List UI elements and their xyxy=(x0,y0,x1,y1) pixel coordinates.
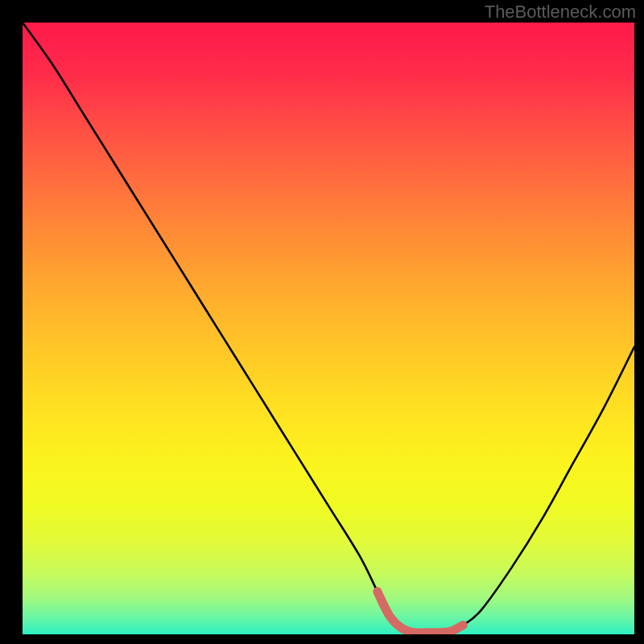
watermark-text: TheBottleneck.com xyxy=(485,2,636,23)
plot-area xyxy=(23,23,634,634)
curve-svg xyxy=(23,23,634,634)
chart-container: TheBottleneck.com xyxy=(0,0,644,644)
bottleneck-curve xyxy=(23,23,634,633)
highlight-segment xyxy=(378,592,463,633)
